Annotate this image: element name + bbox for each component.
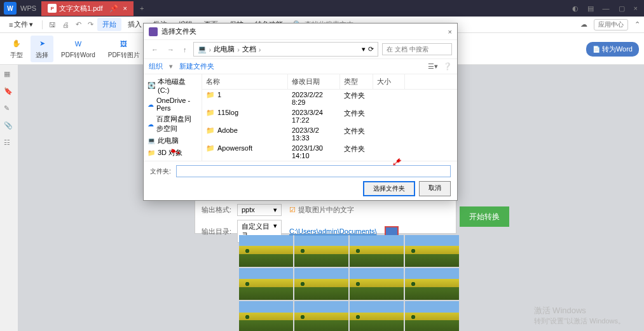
folder-icon: 📁 [206, 126, 215, 134]
thumbnail [294, 301, 348, 331]
undo-icon[interactable]: ↶ [73, 20, 84, 29]
folder-tree[interactable]: 💽本地磁盘 (C:)☁OneDrive - Pers☁百度网盘同步空间💻此电脑📁… [144, 74, 202, 161]
format-label: 输出格式: [202, 205, 232, 215]
tree-item[interactable]: 💽本地磁盘 (C:) [144, 76, 202, 95]
tool-pdf2img[interactable]: 🖼PDF转图片 [103, 36, 145, 62]
cancel-button[interactable]: 取消 [419, 181, 451, 196]
tree-item[interactable]: 📁3D 对象 [144, 147, 202, 159]
format-select[interactable]: pptx▾ [237, 204, 282, 216]
drive-icon: 💽 [147, 82, 155, 90]
list-item[interactable]: 📁12023/2/22 8:29文件夹 [202, 90, 457, 107]
thumbnail [405, 301, 459, 331]
tree-item[interactable]: ☁百度网盘同步空间 [144, 113, 202, 135]
col-type[interactable]: 类型 [340, 74, 373, 89]
redo-icon[interactable]: ↷ [85, 20, 96, 29]
quick-print-icon[interactable]: 🖨 [60, 21, 72, 29]
convert-to-word-button[interactable]: 📄 转为Word [586, 42, 639, 57]
pdf-icon: P [48, 4, 57, 13]
close-icon[interactable]: × [634, 4, 638, 13]
side-attach-icon[interactable]: 📎 [4, 121, 14, 130]
thumbnail [239, 235, 293, 267]
word-icon: W [72, 38, 84, 50]
nav-up-icon[interactable]: ↑ [181, 44, 189, 55]
collapse-icon[interactable]: ⌃ [634, 20, 640, 29]
tab-label: 文字文稿1.pdf [59, 4, 102, 13]
minimize-icon[interactable]: — [603, 4, 610, 13]
output-path-link[interactable]: C:\Users\admin\Documents\ [289, 227, 377, 235]
pin-icon[interactable]: 📌 [109, 4, 118, 13]
folder-picker-dialog: 选择文件夹 × ← → ↑ 💻 › 此电脑 › 文档 › ▾ ⟳ 组织▾ 新建文… [143, 23, 458, 201]
side-bookmark-icon[interactable]: 🔖 [4, 87, 14, 95]
dialog-search-input[interactable] [382, 43, 452, 55]
tree-item[interactable]: ☁OneDrive - Pers [144, 95, 202, 113]
image-icon: 🖼 [118, 38, 130, 50]
thumbnail [239, 301, 293, 331]
help-icon[interactable]: ❔ [443, 62, 452, 71]
folder-name-input[interactable] [176, 165, 451, 177]
list-item[interactable]: 📁115log2023/3/24 17:22文件夹 [202, 107, 457, 125]
col-name[interactable]: 名称 [202, 74, 288, 89]
tool-select[interactable]: ➤选择 [31, 36, 53, 62]
menu-file[interactable]: ≡ 文件 ▾ [4, 18, 38, 31]
nav-forward-icon[interactable]: → [165, 44, 177, 55]
start-convert-button[interactable]: 开始转换 [460, 206, 509, 227]
hand-icon: ✋ [11, 38, 22, 50]
app-center-button[interactable]: 应用中心 [594, 19, 628, 30]
thumbnail [405, 268, 459, 300]
wps-logo: W [4, 2, 17, 15]
dir-label: 输出目录: [202, 227, 232, 236]
folder-icon: 📁 [206, 91, 215, 98]
select-folder-button[interactable]: 选择文件夹 [363, 181, 415, 196]
tool-pdf2word[interactable]: WPDF转Word [56, 36, 100, 62]
folder-icon: 📁 [206, 109, 215, 116]
new-folder-button[interactable]: 新建文件夹 [179, 62, 214, 71]
thumbnail [405, 235, 459, 267]
menu-start[interactable]: 开始 [97, 18, 121, 31]
cursor-icon: ➤ [36, 38, 48, 50]
folder-icon: 📁 [206, 144, 215, 152]
pc-icon: 💻 [147, 137, 155, 145]
quick-save-icon[interactable]: 🖫 [46, 21, 58, 29]
thumbnail [239, 268, 293, 300]
dialog-close-icon[interactable]: × [448, 28, 452, 36]
chevron-down-icon[interactable]: ▾ [362, 45, 366, 53]
separator [42, 20, 43, 29]
list-item[interactable]: 📁Apowersoft2023/1/30 14:10文件夹 [202, 143, 457, 161]
add-tab-button[interactable]: + [134, 4, 150, 12]
organize-menu[interactable]: 组织 [149, 62, 163, 71]
side-layers-icon[interactable]: ☷ [4, 138, 14, 147]
breadcrumb[interactable]: 💻 › 此电脑 › 文档 › ▾ ⟳ [193, 42, 379, 57]
side-comment-icon[interactable]: ✎ [4, 104, 14, 112]
thumbnail [350, 268, 404, 300]
side-thumbnail-icon[interactable]: ▦ [4, 70, 14, 78]
tool-hand[interactable]: ✋手型 [5, 36, 28, 62]
conversion-panel: 输出格式: pptx▾ ☑提取图片中的文字 输出目录: 自定义目录▾ C:\Us… [195, 199, 456, 234]
tab-close-icon[interactable]: × [123, 4, 127, 12]
tree-item[interactable]: 💻此电脑 [144, 135, 202, 147]
app-name: WPS [20, 4, 36, 12]
image-grid [239, 235, 459, 331]
thumbnail [350, 235, 404, 267]
col-date[interactable]: 修改日期 [288, 74, 340, 89]
dialog-title: 选择文件夹 [161, 27, 196, 36]
refresh-icon[interactable]: ⟳ [368, 45, 374, 53]
user-icon[interactable]: ◐ [572, 4, 579, 13]
nav-back-icon[interactable]: ← [149, 44, 161, 55]
dialog-icon [149, 27, 158, 36]
folder-name-label: 文件夹: [150, 167, 171, 176]
cloud-icon: ☁ [147, 100, 154, 108]
view-mode-icon[interactable]: ☰▾ [428, 62, 438, 71]
thumbnail [350, 301, 404, 331]
menu-icon[interactable]: ▤ [587, 4, 594, 13]
extract-text-checkbox[interactable]: ☑提取图片中的文字 [289, 205, 354, 215]
cloud-icon: ☁ [147, 120, 154, 128]
folder-list[interactable]: 名称 修改日期 类型 大小 📁12023/2/22 8:29文件夹📁115log… [202, 74, 457, 161]
document-tab[interactable]: P 文字文稿1.pdf 📌 × [41, 1, 134, 16]
cloud-icon[interactable]: ☁ [580, 20, 587, 29]
folder-icon: 📁 [147, 149, 155, 157]
thumbnail [294, 235, 348, 267]
thumbnail [294, 268, 348, 300]
list-item[interactable]: 📁Adobe2023/3/2 13:33文件夹 [202, 125, 457, 143]
col-size[interactable]: 大小 [373, 74, 405, 89]
maximize-icon[interactable]: ▢ [619, 4, 625, 13]
